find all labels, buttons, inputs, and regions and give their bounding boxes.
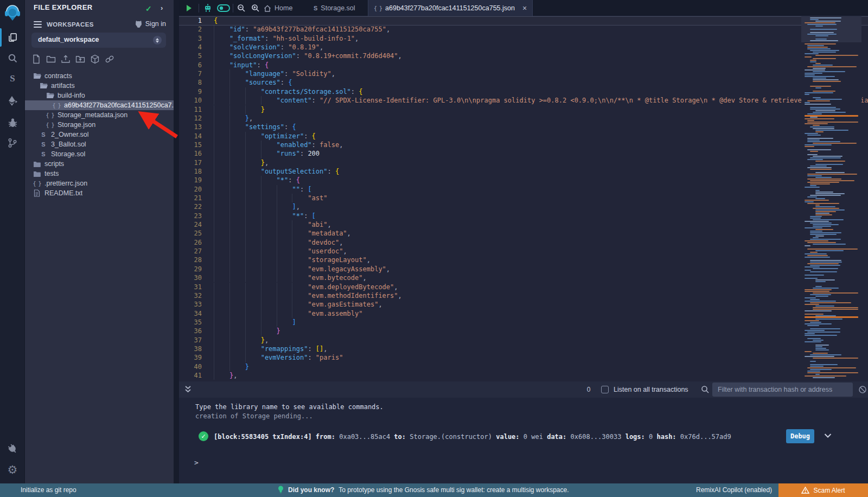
tree-item-scripts[interactable]: scripts <box>25 159 181 169</box>
code-line-33[interactable]: 33"evm.gasEstimates", <box>179 300 868 309</box>
code-line-16[interactable]: 16"runs": 200 <box>179 149 868 158</box>
remix-logo-icon[interactable] <box>0 3 25 23</box>
code-line-12[interactable]: 12}, <box>179 114 868 123</box>
code-line-21[interactable]: 21"ast" <box>179 194 868 202</box>
tree-item-storage-json[interactable]: { }Storage.json <box>25 120 194 130</box>
code-line-13[interactable]: 13"settings": { <box>179 123 868 131</box>
ai-copilot-robot-icon[interactable] <box>201 0 215 16</box>
tree-item-tests[interactable]: tests <box>25 169 181 179</box>
code-line-1[interactable]: 1{ <box>179 16 868 25</box>
code-line-7[interactable]: 7"language": "Solidity", <box>179 69 868 78</box>
tab-home[interactable]: Home <box>258 0 298 16</box>
tree-item-3-ballot-sol[interactable]: S3_Ballot.sol <box>25 139 188 149</box>
clear-terminal-icon[interactable] <box>858 385 867 394</box>
panel-collapse-chevron[interactable]: › <box>161 4 163 12</box>
code-line-27[interactable]: 27"userdoc", <box>179 247 868 256</box>
tx-expand-chevron[interactable] <box>824 431 832 440</box>
code-line-8[interactable]: 8"sources": { <box>179 78 868 87</box>
code-line-9[interactable]: 9"contracts/Storage.sol": { <box>179 87 868 96</box>
code-line-41[interactable]: 41}, <box>179 371 868 380</box>
tree-item-storage-sol[interactable]: SStorage.sol <box>25 149 188 159</box>
copilot-status[interactable]: RemixAI Copilot (enabled) <box>696 486 772 494</box>
code-line-20[interactable]: 20"": [ <box>179 185 868 194</box>
debugger-icon[interactable] <box>0 114 25 131</box>
zoom-out-icon[interactable] <box>234 0 248 16</box>
tree-item-artifacts[interactable]: artifacts <box>25 81 188 91</box>
tab-active-json[interactable]: { } a69b43f277ba20fcac141151250ca755.jso… <box>368 0 533 16</box>
code-line-4[interactable]: 4"solcVersion": "0.8.19", <box>179 43 868 52</box>
panel-resize-handle[interactable] <box>174 0 179 483</box>
code-line-3[interactable]: 3"_format": "hh-sol-build-info-1", <box>179 34 868 43</box>
code-line-25[interactable]: 25"metadata", <box>179 229 868 238</box>
settings-gear-icon[interactable]: ⚙ <box>0 461 25 477</box>
minimap-line <box>813 65 833 66</box>
minimap-line <box>810 328 840 329</box>
code-line-31[interactable]: 31"evm.deployedBytecode", <box>179 283 868 291</box>
terminal-prompt[interactable]: > <box>194 458 199 467</box>
search-icon[interactable] <box>0 50 25 66</box>
deploy-run-icon[interactable] <box>0 93 25 109</box>
terminal-collapse-icon[interactable] <box>184 385 192 393</box>
code-line-36[interactable]: 36} <box>179 327 868 335</box>
plugin-manager-icon[interactable] <box>0 441 25 457</box>
code-line-40[interactable]: 40} <box>179 362 868 371</box>
minimap-line <box>813 237 819 238</box>
git-init-link[interactable]: Initialize as git repo <box>21 486 76 494</box>
code-line-11[interactable]: 11} <box>179 105 868 114</box>
code-line-28[interactable]: 28"storageLayout", <box>179 256 868 264</box>
close-tab-icon[interactable]: × <box>522 4 527 12</box>
tab-storage-sol[interactable]: S Storage.sol <box>308 0 361 16</box>
code-line-35[interactable]: 35] <box>179 318 868 327</box>
listen-checkbox[interactable] <box>601 386 609 393</box>
terminal-search-icon[interactable] <box>701 385 710 394</box>
code-line-26[interactable]: 26"devdoc", <box>179 238 868 247</box>
code-line-14[interactable]: 14"optimizer": { <box>179 132 868 141</box>
file-explorer-icon[interactable] <box>0 29 25 46</box>
tree-item-storage-metadata-json[interactable]: { }Storage_metadata.json <box>25 110 194 120</box>
scam-alert-button[interactable]: Scam Alert <box>778 483 868 497</box>
new-folder-icon[interactable] <box>46 54 56 64</box>
tree-item-readme-txt[interactable]: README.txt <box>25 188 181 198</box>
listen-label[interactable]: Listen on all transactions <box>614 386 688 393</box>
code-editor[interactable]: 1{2"id": "a69b43f277ba20fcac141151250ca7… <box>179 16 868 381</box>
code-line-10[interactable]: 10"content": "// SPDX-License-Identifier… <box>179 96 868 105</box>
code-line-18[interactable]: 18"outputSelection": { <box>179 167 868 176</box>
minimap-line <box>805 297 816 298</box>
upload-file-icon[interactable] <box>61 54 71 64</box>
code-line-23[interactable]: 23"*": [ <box>179 212 868 220</box>
code-line-30[interactable]: 30"evm.bytecode", <box>179 273 868 282</box>
code-line-34[interactable]: 34"evm.assembly" <box>179 309 868 318</box>
code-line-37[interactable]: 37}, <box>179 336 868 345</box>
code-line-6[interactable]: 6"input": { <box>179 61 868 69</box>
code-line-19[interactable]: 19"*": { <box>179 176 868 184</box>
code-line-15[interactable]: 15"enabled": false, <box>179 141 868 149</box>
workspace-selector[interactable]: default_workspace <box>31 33 166 48</box>
ipfs-box-icon[interactable] <box>90 54 100 64</box>
github-sign-in[interactable]: Sign in <box>135 20 166 28</box>
debug-button[interactable]: Debug <box>786 429 814 443</box>
transaction-filter-input[interactable] <box>712 383 853 397</box>
code-line-22[interactable]: 22], <box>179 202 868 211</box>
code-line-29[interactable]: 29"evm.legacyAssembly", <box>179 265 868 273</box>
run-script-button[interactable] <box>182 0 196 16</box>
editor-minimap[interactable] <box>801 16 861 381</box>
tree-item-contracts[interactable]: contracts <box>25 71 181 81</box>
code-line-17[interactable]: 17}, <box>179 158 868 167</box>
code-line-5[interactable]: 5"solcLongVersion": "0.8.19+commit.7dd6d… <box>179 52 868 60</box>
workspaces-menu-icon[interactable] <box>34 21 42 28</box>
code-line-38[interactable]: 38"remappings": [], <box>179 345 868 353</box>
new-file-icon[interactable] <box>31 54 41 64</box>
transaction-log-row[interactable]: ✓ [block:5583405 txIndex:4] from: 0xa03.… <box>179 429 868 445</box>
upload-folder-icon[interactable] <box>75 54 85 64</box>
git-icon[interactable] <box>0 135 25 151</box>
code-line-2[interactable]: 2"id": "a69b43f277ba20fcac141151250ca755… <box>179 25 868 34</box>
code-line-24[interactable]: 24"abi", <box>179 220 868 229</box>
tree-item-2-owner-sol[interactable]: S2_Owner.sol <box>25 130 188 139</box>
code-line-39[interactable]: 39"evmVersion": "paris" <box>179 353 868 362</box>
tree-item-build-info[interactable]: build-info <box>25 91 194 100</box>
solidity-compiler-icon[interactable]: S <box>0 71 25 87</box>
tree-item--prettierrc-json[interactable]: { }.prettierrc.json <box>25 179 181 188</box>
code-line-32[interactable]: 32"evm.methodIdentifiers", <box>179 291 868 300</box>
link-icon[interactable] <box>105 54 114 64</box>
copilot-toggle[interactable] <box>215 0 232 16</box>
